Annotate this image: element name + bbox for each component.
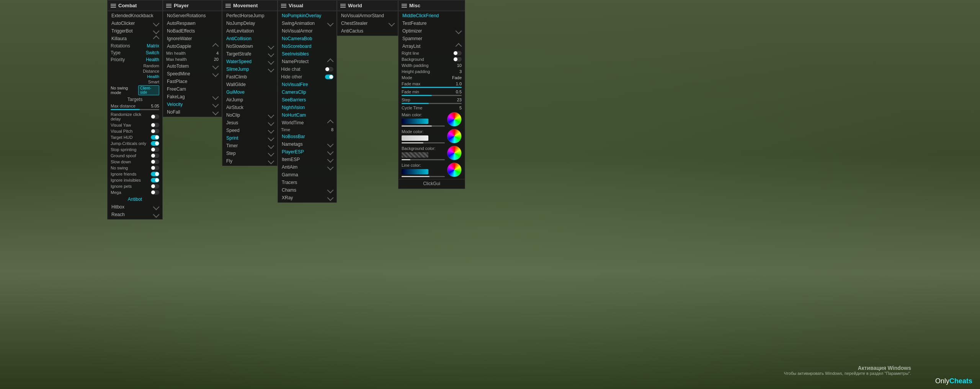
main-color-wheel[interactable] <box>447 112 462 127</box>
item-anticollision[interactable]: AntiCollision <box>222 35 277 42</box>
item-noscoreboard[interactable]: NoScoreboard <box>278 42 336 50</box>
toggle-mega[interactable]: Mega <box>108 189 162 195</box>
item-fakelag[interactable]: FakeLag <box>163 93 222 101</box>
toggle-no-swing[interactable]: No swing <box>108 165 162 171</box>
toggle-visual-pitch-switch[interactable] <box>151 129 159 133</box>
item-nameprotect[interactable]: NameProtect <box>278 58 336 65</box>
clickgui-row[interactable]: ClickGui <box>399 179 465 188</box>
toggle-visual-yaw-switch[interactable] <box>151 123 159 127</box>
item-chams[interactable]: Chams <box>278 186 336 194</box>
item-noserverrotations[interactable]: NoServerRotations <box>163 12 222 20</box>
antibot-label[interactable]: Antibot <box>108 195 162 203</box>
item-antiaim[interactable]: AntiAim <box>278 163 336 171</box>
item-fly[interactable]: Fly <box>222 157 277 165</box>
item-targetstrafe[interactable]: TargetStrafe <box>222 50 277 58</box>
world-header[interactable]: World <box>337 0 398 11</box>
item-middleclick[interactable]: MiddleClickFriend <box>399 12 465 20</box>
item-freecam[interactable]: FreeCam <box>163 85 222 93</box>
item-timer[interactable]: Timer <box>222 142 277 150</box>
item-airstuck[interactable]: AirStuck <box>222 104 277 111</box>
item-swinganimation[interactable]: SwingAnimation <box>278 20 336 27</box>
movement-header[interactable]: Movement <box>222 0 277 11</box>
item-testfeature[interactable]: TestFeature <box>399 20 465 27</box>
item-nojumpdelay[interactable]: NoJumpDelay <box>222 20 277 27</box>
item-wallglide[interactable]: WallGlide <box>222 81 277 88</box>
item-airjump[interactable]: AirJump <box>222 96 277 104</box>
item-speed[interactable]: Speed <box>222 127 277 134</box>
toggle-visual-pitch[interactable]: Visual Pitch <box>108 128 162 134</box>
item-novisualarmor[interactable]: NoVisualArmorStand <box>337 12 398 20</box>
toggle-visual-yaw[interactable]: Visual Yaw <box>108 122 162 128</box>
item-itemesp[interactable]: ItemESP <box>278 156 336 163</box>
toggle-jump-crits[interactable]: Jump-Criticals only <box>108 140 162 146</box>
item-speedmine[interactable]: SpeedMine <box>163 70 222 78</box>
combat-header[interactable]: Combat <box>108 0 162 11</box>
item-nofall[interactable]: NoFall <box>163 108 222 116</box>
toggle-slow-down-switch[interactable] <box>151 160 159 164</box>
item-reach[interactable]: Reach <box>108 211 162 218</box>
item-killaura[interactable]: Killaura <box>108 35 162 42</box>
item-fastclimb[interactable]: FastClimb <box>222 73 277 81</box>
item-nightvision[interactable]: NightVision <box>278 104 336 111</box>
item-ignorewater[interactable]: IgnoreWater <box>163 35 222 42</box>
toggle-ignore-pets[interactable]: Ignore pets <box>108 183 162 189</box>
toggle-mega-switch[interactable] <box>151 190 159 195</box>
toggle-ignore-pets-switch[interactable] <box>151 184 159 189</box>
item-gamma[interactable]: Gamma <box>278 171 336 179</box>
item-novisualfire[interactable]: NoVisualFire <box>278 81 336 88</box>
line-color-wheel[interactable] <box>447 163 462 177</box>
item-nopumpkin[interactable]: NoPumpkinOverlay <box>278 12 336 20</box>
item-novisualarmor[interactable]: NoVisualArmor <box>278 27 336 35</box>
item-autorespawn[interactable]: AutoRespawn <box>163 20 222 27</box>
item-noclip[interactable]: NoClip <box>222 111 277 119</box>
background-toggle[interactable] <box>453 57 462 62</box>
item-worldtime[interactable]: WorldTime <box>278 119 336 127</box>
hide-chat-toggle[interactable] <box>325 67 333 72</box>
item-tracers[interactable]: Tracers <box>278 179 336 186</box>
toggle-ignore-invis-switch[interactable] <box>151 178 159 182</box>
hide-other-toggle[interactable] <box>325 75 333 79</box>
item-step[interactable]: Step <box>222 150 277 157</box>
item-nohurtcam[interactable]: NoHurtCam <box>278 111 336 119</box>
misc-header[interactable]: Misc <box>399 0 465 11</box>
toggle-ignore-invis[interactable]: Ignore invisibles <box>108 177 162 183</box>
item-hitbox[interactable]: Hitbox <box>108 203 162 211</box>
item-autogapple[interactable]: AutoGapple <box>163 42 222 50</box>
item-anticactus[interactable]: AntiCactus <box>337 27 398 35</box>
right-line-toggle[interactable] <box>453 51 462 55</box>
item-autototem[interactable]: AutoTotem <box>163 62 222 70</box>
item-extendedknockback[interactable]: ExtendedKnockback <box>108 12 162 20</box>
toggle-stop-sprint-switch[interactable] <box>151 147 159 152</box>
item-velocity[interactable]: Velocity <box>163 101 222 108</box>
toggle-ignore-friends-switch[interactable] <box>151 172 159 176</box>
visual-header[interactable]: Visual <box>278 0 336 11</box>
item-antilevitation[interactable]: AntiLevitation <box>222 27 277 35</box>
toggle-stop-sprint[interactable]: Stop sprinting <box>108 146 162 153</box>
item-nobossbar[interactable]: NoBossBar <box>278 133 336 140</box>
item-cameraclip[interactable]: CameraClip <box>278 88 336 96</box>
item-guimove[interactable]: GuiMove <box>222 88 277 96</box>
toggle-target-hud-switch[interactable] <box>151 135 159 140</box>
toggle-no-swing-switch[interactable] <box>151 166 159 170</box>
item-optimizer[interactable]: Optimizer <box>399 27 465 35</box>
mode-color-wheel[interactable] <box>447 129 462 143</box>
toggle-ignore-friends[interactable]: Ignore friends <box>108 171 162 177</box>
toggle-ground-spoof[interactable]: Ground spoof <box>108 153 162 159</box>
player-header[interactable]: Player <box>163 0 222 11</box>
item-autoclicker[interactable]: AutoClicker <box>108 20 162 27</box>
item-nobadeffects[interactable]: NoBadEffects <box>163 27 222 35</box>
item-perfecthorsejump[interactable]: PerfectHorseJump <box>222 12 277 20</box>
item-slimejump[interactable]: SlimeJump <box>222 65 277 73</box>
item-waterspeed[interactable]: WaterSpeed <box>222 58 277 65</box>
item-noslowdown[interactable]: NoSlowdown <box>222 42 277 50</box>
item-seeinvisibles[interactable]: SeeInvisibles <box>278 50 336 58</box>
toggle-target-hud[interactable]: Target HUD <box>108 134 162 140</box>
item-nametags[interactable]: Nametags <box>278 140 336 148</box>
item-seebarriers[interactable]: SeeBarriers <box>278 96 336 104</box>
item-nocamerabob[interactable]: NoCameraBob <box>278 35 336 42</box>
item-fastplace[interactable]: FastPlace <box>163 78 222 85</box>
bg-color-wheel[interactable] <box>447 146 462 160</box>
item-sprint[interactable]: Sprint <box>222 134 277 142</box>
toggle-randomize[interactable]: Randomize click delay <box>108 111 162 122</box>
toggle-randomize-switch[interactable] <box>151 114 159 119</box>
